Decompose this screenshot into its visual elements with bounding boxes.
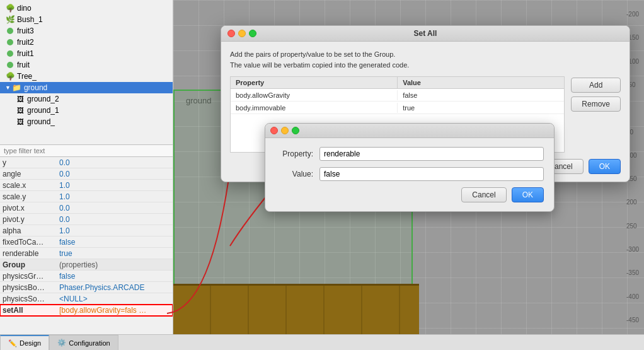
property-input[interactable] (319, 147, 544, 161)
properties-table: y 0.0 angle 0.0 scale.x 1.0 scale.y 1.0 … (0, 157, 173, 334)
circle-icon-fruit (5, 60, 15, 70)
maximize-button[interactable] (249, 30, 256, 37)
sprite-icon-ground2: 🖼 (15, 94, 25, 104)
inner-close-button[interactable] (270, 127, 278, 134)
pencil-icon: ✏️ (8, 339, 17, 347)
tree-item-dino[interactable]: 🌳 dino (0, 3, 173, 14)
set-all-dialog-desc: Add the pairs of property/value to be se… (230, 49, 621, 70)
set-all-dialog-titlebar: Set All (221, 26, 630, 42)
property-field-row: Property: (275, 147, 544, 161)
cell-property-0: body.allowGravity (231, 90, 398, 100)
prop-row-y[interactable]: y 0.0 (0, 157, 173, 168)
inner-ok-button[interactable]: OK (512, 187, 544, 202)
gear-icon: ⚙️ (57, 339, 66, 347)
sidebar: 🌳 dino 🌿 Bush_1 fruit3 fruit2 fruit1 (0, 0, 173, 334)
prop-row-pivoty[interactable]: pivot.y 0.0 (0, 214, 173, 225)
set-all-ok-button[interactable]: OK (589, 159, 621, 174)
col-value: Value (398, 77, 564, 88)
prop-row-setall[interactable]: setAll [body.allowGravity=fals … (0, 305, 173, 316)
cell-value-1: true (398, 103, 564, 113)
tab-configuration[interactable]: ⚙️ Configuration (49, 335, 118, 350)
value-label: Value: (275, 170, 313, 178)
tab-design[interactable]: ✏️ Design (0, 335, 49, 350)
dialog-side-buttons: Add Remove (571, 76, 621, 153)
tree-item-bush1[interactable]: 🌿 Bush_1 (0, 14, 173, 25)
prop-row-renderable[interactable]: renderable true (0, 248, 173, 259)
tree-item-ground1[interactable]: 🖼 ground_1 (0, 105, 173, 116)
inner-dialog: Property: Value: Cancel OK (265, 123, 555, 212)
tree-area: 🌳 dino 🌿 Bush_1 fruit3 fruit2 fruit1 (0, 0, 173, 145)
add-button[interactable]: Add (571, 78, 621, 93)
prop-row-scalex[interactable]: scale.x 1.0 (0, 180, 173, 191)
table-header: Property Value (231, 77, 564, 89)
inner-cancel-button[interactable]: Cancel (461, 187, 506, 202)
sprite-icon-ground-: 🖼 (15, 117, 25, 127)
traffic-lights (227, 30, 256, 37)
ground-sprite (173, 284, 419, 334)
minimize-button[interactable] (238, 30, 246, 37)
inner-dialog-body: Property: Value: Cancel OK (265, 138, 554, 211)
prop-row-physicsso[interactable]: physicsSo… <NULL> (0, 293, 173, 305)
remove-button[interactable]: Remove (571, 96, 621, 112)
tree-icon-bush1: 🌿 (5, 15, 15, 25)
tree-item-ground2[interactable]: 🖼 ground_2 (0, 93, 173, 105)
tree-item-fruit[interactable]: fruit (0, 59, 173, 71)
cell-value-0: false (398, 90, 564, 100)
tree-icon-dino: 🌳 (5, 3, 15, 13)
tree-item-ground-[interactable]: 🖼 ground_ (0, 116, 173, 127)
inner-traffic-lights (270, 127, 299, 134)
tree-item-tree[interactable]: 🌳 Tree_ (0, 71, 173, 82)
col-property: Property (231, 77, 398, 88)
inner-dialog-titlebar (265, 124, 554, 138)
table-row-0[interactable]: body.allowGravity false (231, 89, 564, 102)
tree-icon-tree: 🌳 (5, 71, 15, 81)
tree-item-fruit3[interactable]: fruit3 (0, 25, 173, 37)
close-button[interactable] (227, 30, 235, 37)
prop-row-alpha[interactable]: alpha 1.0 (0, 225, 173, 236)
tree-item-fruit2[interactable]: fruit2 (0, 37, 173, 48)
prop-row-physicsgr[interactable]: physicsGr… false (0, 271, 173, 282)
value-field-row: Value: (275, 167, 544, 181)
tree-item-fruit1[interactable]: fruit1 (0, 48, 173, 59)
inner-dialog-buttons: Cancel OK (275, 187, 544, 202)
table-row-1[interactable]: body.immovable true (231, 102, 564, 114)
cell-property-1: body.immovable (231, 103, 398, 113)
circle-icon-fruit2 (5, 37, 15, 47)
bottom-bar: ✏️ Design ⚙️ Configuration (0, 334, 644, 350)
property-label: Property: (275, 149, 313, 158)
sprite-icon-ground1: 🖼 (15, 105, 25, 115)
inner-minimize-button[interactable] (281, 127, 289, 134)
value-input[interactable] (319, 167, 544, 181)
prop-row-physicsbo[interactable]: physicsBo… Phaser.Physics.ARCADE (0, 282, 173, 293)
set-all-dialog-title: Set All (414, 29, 437, 38)
inner-maximize-button[interactable] (292, 127, 299, 134)
prop-row-pivotx[interactable]: pivot.x 0.0 (0, 202, 173, 214)
prop-row-group[interactable]: Group (properties) (0, 259, 173, 271)
prop-row-scaley[interactable]: scale.y 1.0 (0, 191, 173, 202)
prop-row-fixedtoca[interactable]: fixedToCa… false (0, 236, 173, 248)
circle-icon-fruit3 (5, 26, 15, 36)
tree-item-ground[interactable]: ▼ 📁 ground (0, 82, 173, 93)
circle-icon-fruit1 (5, 49, 15, 59)
filter-input[interactable] (0, 145, 173, 157)
folder-icon-ground: 📁 (12, 83, 22, 93)
prop-row-angle[interactable]: angle 0.0 (0, 168, 173, 180)
